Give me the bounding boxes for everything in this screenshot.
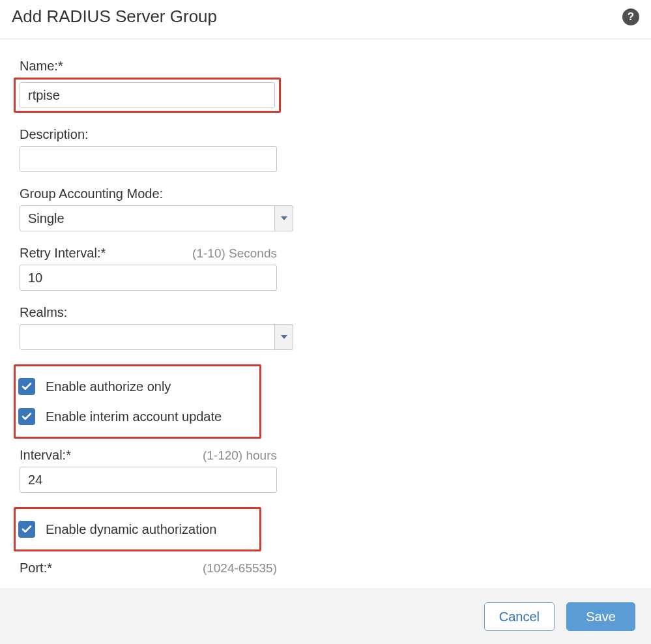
enable-dynamic-auth-label: Enable dynamic authorization (46, 522, 216, 537)
dialog-header: Add RADIUS Server Group ? (0, 0, 651, 39)
accounting-mode-select[interactable]: Single (20, 205, 275, 231)
interval-input[interactable] (20, 467, 277, 493)
name-input[interactable] (20, 82, 275, 108)
help-icon[interactable]: ? (622, 8, 639, 25)
check-icon (21, 411, 33, 422)
name-label: Name:* (20, 59, 63, 74)
authorize-interim-highlight: Enable authorize only Enable interim acc… (14, 364, 261, 439)
interval-field-group: Interval:* (1-120) hours (20, 448, 631, 493)
name-field-group: Name:* (20, 59, 631, 113)
enable-authorize-only-checkbox[interactable] (18, 378, 35, 395)
interval-label: Interval:* (20, 448, 71, 463)
save-button[interactable]: Save (566, 602, 635, 631)
check-icon (21, 381, 33, 392)
retry-interval-label: Retry Interval:* (20, 246, 106, 261)
dynamic-auth-highlight: Enable dynamic authorization (14, 507, 261, 551)
retry-interval-field-group: Retry Interval:* (1-10) Seconds (20, 246, 631, 291)
check-icon (21, 523, 33, 535)
chevron-down-icon (281, 216, 287, 220)
name-highlight (14, 78, 281, 113)
chevron-down-icon (281, 335, 287, 339)
retry-interval-input[interactable] (20, 265, 277, 291)
port-hint: (1024-65535) (203, 561, 277, 576)
enable-dynamic-auth-row: Enable dynamic authorization (18, 514, 255, 544)
dialog-title: Add RADIUS Server Group (12, 7, 217, 27)
accounting-mode-dropdown-button[interactable] (275, 205, 293, 231)
scroll-filler (20, 579, 631, 589)
interval-hint: (1-120) hours (203, 448, 277, 463)
enable-authorize-only-label: Enable authorize only (46, 379, 171, 394)
retry-interval-hint: (1-10) Seconds (192, 246, 277, 261)
description-input[interactable] (20, 146, 277, 172)
realms-dropdown-button[interactable] (275, 324, 293, 350)
dialog-body: Name:* Description: Group Accounting Mod… (0, 39, 651, 589)
enable-interim-update-label: Enable interim account update (46, 409, 222, 424)
accounting-mode-field-group: Group Accounting Mode: Single (20, 186, 631, 231)
enable-interim-update-row: Enable interim account update (18, 402, 255, 432)
description-field-group: Description: (20, 127, 631, 172)
accounting-mode-label: Group Accounting Mode: (20, 186, 163, 201)
realms-field-group: Realms: (20, 305, 631, 350)
enable-authorize-only-row: Enable authorize only (18, 372, 255, 402)
realms-label: Realms: (20, 305, 67, 320)
port-field-group: Port:* (1024-65535) (20, 561, 631, 576)
dialog-footer: Cancel Save (0, 589, 651, 644)
port-label: Port:* (20, 561, 52, 576)
add-radius-server-group-dialog: Add RADIUS Server Group ? Name:* Descrip… (0, 0, 651, 644)
enable-dynamic-auth-checkbox[interactable] (18, 521, 35, 538)
realms-select[interactable] (20, 324, 275, 350)
description-label: Description: (20, 127, 89, 142)
enable-interim-update-checkbox[interactable] (18, 408, 35, 425)
cancel-button[interactable]: Cancel (484, 602, 555, 631)
form-scroll-area[interactable]: Name:* Description: Group Accounting Mod… (0, 39, 651, 589)
